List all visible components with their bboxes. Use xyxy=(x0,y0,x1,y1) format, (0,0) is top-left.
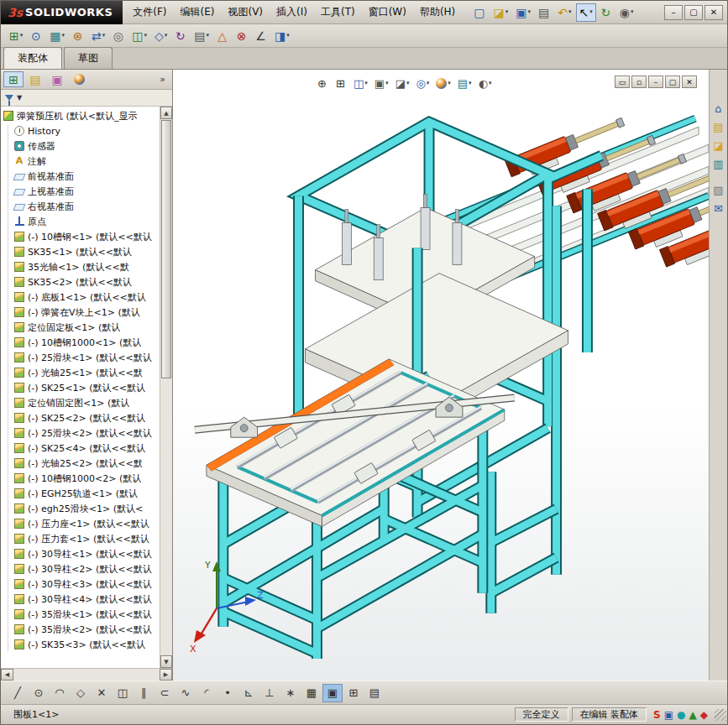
menu-insert[interactable]: 插入(I) xyxy=(270,1,314,23)
scroll-up-arrow[interactable]: ▲ xyxy=(160,107,172,119)
mate-button[interactable]: ⊙ xyxy=(27,27,45,45)
section-tool-button[interactable]: ◨ ▾ xyxy=(271,27,293,45)
tree-item[interactable]: (-) 光轴25<1> (默认<<默 xyxy=(3,365,159,380)
convert-entities-button[interactable]: ⊂ xyxy=(155,684,175,702)
tab-assembly[interactable]: 装配体 xyxy=(3,47,62,69)
assembly-features-button[interactable]: ◫ ▾ xyxy=(128,27,150,45)
scroll-down-arrow[interactable]: ▼ xyxy=(160,655,172,668)
offset-entities-button[interactable]: ∥ xyxy=(134,684,154,702)
resize-grip[interactable] xyxy=(715,709,726,721)
new-motion-study-button[interactable]: ↻ xyxy=(171,27,190,45)
trim-entities-button[interactable]: ✕ xyxy=(92,684,112,702)
tree-item[interactable]: (-) EGH25轨道<1> (默认 xyxy=(3,486,159,501)
measure-button[interactable]: ∠ xyxy=(252,27,270,45)
show-hidden-components-button[interactable]: ◎ xyxy=(109,27,128,45)
smart-dimension-button[interactable]: ⊾ xyxy=(238,684,259,702)
tree-horizontal-scrollbar[interactable]: ◀ ▶ xyxy=(1,668,172,681)
tree-item[interactable]: (-) 30导柱<3> (默认<<默认 xyxy=(3,576,159,592)
smart-fasteners-button[interactable]: ⊛ xyxy=(69,27,87,45)
grid-system-button[interactable]: ⊞ xyxy=(343,684,364,702)
tree-root-item[interactable]: 弹簧预压机 (默认<默认_显示 xyxy=(3,108,159,123)
rebuild-button[interactable]: ↻ xyxy=(597,3,615,22)
scroll-right-arrow[interactable]: ▶ xyxy=(160,669,172,681)
custom-properties-icon[interactable]: ▧ xyxy=(713,185,723,196)
panel-overflow-button[interactable]: » xyxy=(155,74,170,85)
tree-item[interactable]: History xyxy=(3,123,159,138)
menu-view[interactable]: 视图(V) xyxy=(221,1,270,23)
tree-item[interactable]: (-) 25滑块<2> (默认<<默认 xyxy=(3,425,159,441)
tree-item[interactable]: 传感器 xyxy=(3,138,159,154)
filter-icon[interactable] xyxy=(5,95,13,101)
menu-help[interactable]: 帮助(H) xyxy=(413,1,462,23)
tray-icon-red[interactable]: ◆ xyxy=(700,710,708,720)
display-style-button[interactable]: ◪ ▾ xyxy=(393,75,412,91)
doc-split-button[interactable]: ▫ xyxy=(631,76,647,88)
tray-solidworks[interactable]: S xyxy=(653,710,661,720)
line-button[interactable]: ╱ xyxy=(8,684,28,702)
tree-item[interactable]: 原点 xyxy=(3,214,159,229)
move-component-button[interactable]: ⇄ ▾ xyxy=(88,27,108,45)
tree-item[interactable]: 35光轴<1> (默认<<默 xyxy=(3,259,159,274)
add-relation-button[interactable]: ⊥ xyxy=(259,684,280,702)
select-button[interactable]: ↖ ▾ xyxy=(576,3,596,22)
tree-item[interactable]: (-) 35滑块<1> (默认<<默认 xyxy=(3,607,159,622)
rapid-sketch-button[interactable]: ▤ xyxy=(364,684,385,702)
tree-item[interactable]: (-) 10槽钢1000<2> (默认 xyxy=(3,471,159,486)
arc-button[interactable]: ◠ xyxy=(50,684,70,702)
maximize-button[interactable]: ▢ xyxy=(684,5,703,20)
tree-item[interactable]: (-) 10槽钢1000<1> (默认 xyxy=(3,335,159,350)
close-button[interactable]: ✕ xyxy=(704,5,723,20)
doc-close-button[interactable]: ✕ xyxy=(682,76,697,88)
tree-item[interactable]: (-) 底板1<1> (默认<<默认 xyxy=(3,289,159,305)
edit-appearance-button[interactable]: ▾ xyxy=(433,75,453,91)
propertymanager-tab[interactable]: ▤ xyxy=(25,71,45,87)
menu-file[interactable]: 文件(F) xyxy=(126,1,173,23)
mirror-entities-button[interactable]: ◫ xyxy=(113,684,133,702)
circle-button[interactable]: ⊙ xyxy=(29,684,49,702)
tab-sketch[interactable]: 草图 xyxy=(64,47,113,69)
polygon-button[interactable]: ◇ xyxy=(71,684,91,702)
doc-restore-button[interactable]: ▭ xyxy=(615,76,630,88)
tree-item[interactable]: (-) 光轴25<2> (默认<<默 xyxy=(3,456,159,471)
view-orientation-button[interactable]: ▣ ▾ xyxy=(372,75,391,91)
tree-item[interactable]: (-) SK25<1> (默认<<默认 xyxy=(3,380,159,395)
tree-item[interactable]: 前视基准面 xyxy=(3,169,159,184)
tree-item[interactable]: (-) egh25滑块<1> (默认< xyxy=(3,501,159,516)
tree-item[interactable]: (-) 25滑块<1> (默认<<默认 xyxy=(3,350,159,365)
selection-filter-button[interactable]: ▣ xyxy=(322,684,343,702)
apply-scene-button[interactable]: ▤ ▾ xyxy=(455,75,474,91)
spline-button[interactable]: ∿ xyxy=(175,684,196,702)
options-button[interactable]: ◉ ▾ xyxy=(616,3,637,22)
grid-snap-button[interactable]: ▦ xyxy=(301,684,322,702)
displaymanager-tab[interactable] xyxy=(69,71,89,87)
reference-geometry-button[interactable]: ◇ ▾ xyxy=(151,27,170,45)
scroll-left-arrow[interactable]: ◀ xyxy=(1,669,13,681)
menu-window[interactable]: 窗口(W) xyxy=(362,1,413,23)
tree-item[interactable]: (-) 压力座<1> (默认<<默认 xyxy=(3,516,159,531)
tree-item[interactable]: (-) 30导柱<4> (默认<<默认 xyxy=(3,592,159,607)
view-settings-button[interactable]: ◐ ▾ xyxy=(476,75,495,91)
configurationmanager-tab[interactable]: ▣ xyxy=(47,71,67,87)
exploded-view-button[interactable]: △ xyxy=(213,27,232,45)
section-view-button[interactable]: ◫ ▾ xyxy=(351,75,370,91)
undo-button[interactable]: ↶ ▾ xyxy=(554,3,574,22)
insert-component-button[interactable]: ⊞ ▾ xyxy=(6,27,26,45)
menu-tools[interactable]: 工具(T) xyxy=(314,1,362,23)
tree-item[interactable]: (-) SK25<2> (默认<<默认 xyxy=(3,410,159,425)
solidworks-resources-icon[interactable]: ⌂ xyxy=(715,103,721,114)
linear-component-pattern-button[interactable]: ▦ ▾ xyxy=(46,27,68,45)
tree-item[interactable]: SK35<1> (默认<<默认 xyxy=(3,244,159,259)
doc-maximize-button[interactable]: ▢ xyxy=(665,76,680,88)
save-button[interactable]: ▣ ▾ xyxy=(512,3,534,22)
tree-item[interactable]: SK35<2> (默认<<默认 xyxy=(3,274,159,289)
tray-icon-teal[interactable]: ● xyxy=(677,710,685,720)
zoom-area-button[interactable]: ⊞ xyxy=(333,75,349,91)
featuremanager-tab[interactable]: ⊞ xyxy=(3,71,24,87)
tree-item[interactable]: (-) 10槽钢<1> (默认<<默认 xyxy=(3,229,159,244)
tray-icon-green[interactable]: ▲ xyxy=(689,710,697,720)
tree-item[interactable]: (-) SK25<4> (默认<<默认 xyxy=(3,441,159,456)
scroll-track[interactable] xyxy=(160,379,172,655)
tree-item[interactable]: (-) SK35<3> (默认<<默认 xyxy=(3,637,159,652)
tray-icon-blue[interactable]: ▣ xyxy=(664,710,673,720)
menu-edit[interactable]: 编辑(E) xyxy=(174,1,222,23)
